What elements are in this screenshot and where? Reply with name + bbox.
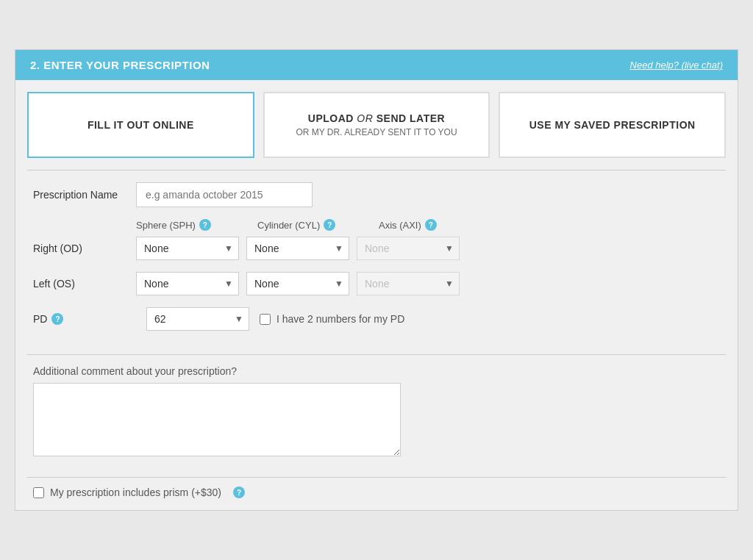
right-cylinder-select[interactable]: None <box>246 237 349 260</box>
axis-help-icon[interactable]: ? <box>425 219 437 231</box>
left-selects: None ▼ None ▼ None ▼ <box>136 272 460 295</box>
pd-row: PD ? 62 ▼ I have 2 numbers for my PD <box>33 307 720 331</box>
prism-checkbox[interactable] <box>33 487 44 498</box>
left-sphere-wrap: None ▼ <box>136 272 239 295</box>
pd-select[interactable]: 62 <box>146 307 249 331</box>
axis-header: Axis (AXI) ? <box>379 219 482 231</box>
left-cylinder-select[interactable]: None <box>246 272 349 295</box>
cylinder-help-icon[interactable]: ? <box>324 219 335 231</box>
section-title: 2. ENTER YOUR PRESCRIPTION <box>30 59 210 71</box>
pd-label-wrap: PD ? <box>33 313 136 325</box>
upload-sublabel: OR MY DR. ALREADY SENT IT TO YOU <box>296 127 457 137</box>
option-fill-online[interactable]: FILL IT OUT ONLINE <box>27 92 254 158</box>
prescription-form-container: 2. ENTER YOUR PRESCRIPTION Need help? (l… <box>15 49 738 511</box>
option-upload[interactable]: UPLOAD OR SEND LATER OR MY DR. ALREADY S… <box>263 92 490 158</box>
left-axis-select[interactable]: None <box>357 272 460 295</box>
pd-select-wrap: 62 ▼ <box>146 307 249 331</box>
saved-label: USE MY SAVED PRESCRIPTION <box>529 119 696 131</box>
right-selects: None ▼ None ▼ None ▼ <box>136 237 460 260</box>
left-axis-wrap: None ▼ <box>357 272 460 295</box>
prescription-name-row: Prescription Name <box>33 182 720 207</box>
prescription-name-input[interactable] <box>136 182 313 207</box>
fill-online-label: FILL IT OUT ONLINE <box>88 119 194 131</box>
pd-two-numbers-checkbox[interactable] <box>260 314 271 325</box>
sphere-header: Sphere (SPH) ? <box>136 219 257 231</box>
left-sphere-select[interactable]: None <box>136 272 239 295</box>
sphere-help-icon[interactable]: ? <box>199 219 211 231</box>
pd-two-numbers-text: I have 2 numbers for my PD <box>276 313 404 325</box>
right-od-label: Right (OD) <box>33 243 136 254</box>
cylinder-header: Cylinder (CYL) ? <box>257 219 379 231</box>
prism-help-icon[interactable]: ? <box>233 487 245 498</box>
prism-label: My prescription includes prism (+$30) <box>50 487 221 498</box>
prism-row: My prescription includes prism (+$30) ? <box>33 487 720 498</box>
pd-label: PD <box>33 313 47 325</box>
prism-section: My prescription includes prism (+$30) ? <box>15 478 738 510</box>
form-area: Prescription Name Sphere (SPH) ? Cylinde… <box>15 170 738 354</box>
prescription-name-label: Prescription Name <box>33 189 136 201</box>
upload-label: UPLOAD OR SEND LATER <box>308 112 445 124</box>
comment-section: Additional comment about your prescripti… <box>15 355 738 468</box>
right-cylinder-wrap: None ▼ <box>246 237 349 260</box>
left-cylinder-wrap: None ▼ <box>246 272 349 295</box>
right-axis-wrap: None ▼ <box>357 237 460 260</box>
right-sphere-wrap: None ▼ <box>136 237 239 260</box>
right-od-row: Right (OD) None ▼ None ▼ None ▼ <box>33 237 720 260</box>
help-link[interactable]: Need help? (live chat) <box>630 60 723 71</box>
comment-textarea[interactable] <box>33 383 401 456</box>
column-headers: Sphere (SPH) ? Cylinder (CYL) ? Axis (AX… <box>136 219 720 231</box>
option-saved[interactable]: USE MY SAVED PRESCRIPTION <box>499 92 726 158</box>
section-header: 2. ENTER YOUR PRESCRIPTION Need help? (l… <box>15 50 738 80</box>
left-os-row: Left (OS) None ▼ None ▼ None ▼ <box>33 272 720 295</box>
pd-two-numbers-label[interactable]: I have 2 numbers for my PD <box>260 313 404 325</box>
right-sphere-select[interactable]: None <box>136 237 239 260</box>
right-axis-select[interactable]: None <box>357 237 460 260</box>
comment-label: Additional comment about your prescripti… <box>33 365 720 377</box>
options-row: FILL IT OUT ONLINE UPLOAD OR SEND LATER … <box>15 80 738 158</box>
pd-help-icon[interactable]: ? <box>51 313 63 325</box>
left-os-label: Left (OS) <box>33 278 136 290</box>
